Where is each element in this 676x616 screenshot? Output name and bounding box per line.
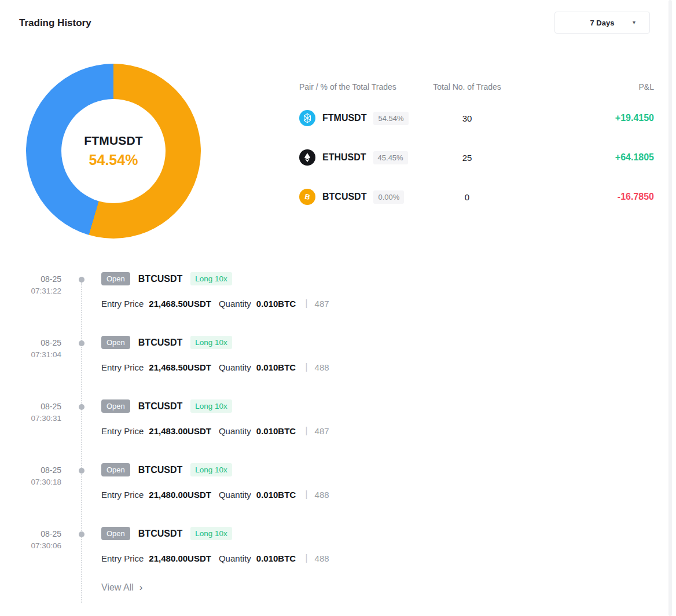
scrollbar[interactable] <box>668 0 672 616</box>
entry-price-label: Entry Price <box>101 490 144 500</box>
entry-price-value: 21,480.00USDT <box>149 490 211 500</box>
entry-price-value: 21,468.50USDT <box>149 362 211 372</box>
pair-name: ETHUSDT <box>322 152 366 163</box>
timeline-dot-icon <box>79 340 84 346</box>
trade-date: 08-25 <box>0 338 61 347</box>
timeline-dot-icon <box>79 468 84 474</box>
separator: | <box>305 361 307 373</box>
entry-price-value: 21,468.50USDT <box>149 299 211 309</box>
trade-time: 07:31:22 <box>0 287 61 295</box>
quantity-label: Quantity <box>219 299 251 309</box>
entry-price-label: Entry Price <box>101 362 144 372</box>
quantity-value: 0.010BTC <box>256 553 296 563</box>
entry-pair-label: BTCUSDT <box>138 274 182 284</box>
header-pnl: P&L <box>510 82 654 91</box>
quantity-value: 0.010BTC <box>256 426 296 436</box>
entry-price-label: Entry Price <box>101 299 144 309</box>
order-number: 488 <box>315 553 329 563</box>
side-leverage-badge: Long 10x <box>190 463 232 476</box>
pnl-value: +64.1805 <box>510 152 654 163</box>
entry-pair-label: BTCUSDT <box>138 529 182 539</box>
entry-price-label: Entry Price <box>101 426 144 436</box>
pairs-table-body: FTMUSDT 54.54% 30 +19.4150 ETHUSDT 45.45… <box>299 109 654 206</box>
trade-date: 08-25 <box>0 274 61 284</box>
pnl-value: -16.7850 <box>510 192 654 202</box>
donut-center-percent: 54.54% <box>89 152 138 168</box>
timeline-dot-icon <box>79 277 84 283</box>
side-leverage-badge: Long 10x <box>190 272 232 285</box>
header-pair-pct: Pair / % of the Total Trades <box>299 82 424 91</box>
pair-name: BTCUSDT <box>322 192 366 202</box>
order-number: 487 <box>315 426 329 436</box>
trade-timeline: 08-25 07:31:22 Open BTCUSDT Long 10x Ent… <box>0 267 654 615</box>
trade-entry: 08-25 07:30:18 Open BTCUSDT Long 10x Ent… <box>0 459 654 522</box>
entry-price-value: 21,483.00USDT <box>149 426 211 436</box>
separator: | <box>305 489 307 500</box>
page-title: Trading History <box>19 17 91 29</box>
entry-price-label: Entry Price <box>101 553 144 563</box>
status-badge: Open <box>101 272 130 285</box>
header-total-trades: Total No. of Trades <box>424 82 510 91</box>
pairs-summary-table: Pair / % of the Total Trades Total No. o… <box>299 82 654 227</box>
entry-pair-label: BTCUSDT <box>138 465 182 475</box>
trade-date: 08-25 <box>0 402 61 411</box>
quantity-value: 0.010BTC <box>256 490 296 500</box>
quantity-label: Quantity <box>219 362 251 372</box>
ftm-icon <box>299 110 315 126</box>
pair-share-donut-chart: FTMUSDT 54.54% <box>26 64 201 239</box>
trade-date: 08-25 <box>0 529 61 538</box>
separator: | <box>305 298 307 309</box>
trading-history-panel: Trading History 7 Days ▾ FTMUSDT 54.54% … <box>0 0 676 616</box>
entry-price-value: 21,480.00USDT <box>149 553 211 563</box>
table-row: FTMUSDT 54.54% 30 +19.4150 <box>299 109 654 127</box>
timeline-dot-icon <box>79 531 84 537</box>
trade-time: 07:30:18 <box>0 478 61 486</box>
trade-entry: 08-25 07:31:22 Open BTCUSDT Long 10x Ent… <box>0 267 654 331</box>
period-dropdown[interactable]: 7 Days ▾ <box>554 12 650 34</box>
svg-text:B: B <box>304 193 311 202</box>
quantity-value: 0.010BTC <box>256 362 296 372</box>
status-badge: Open <box>101 463 130 476</box>
table-row: ETHUSDT 45.45% 25 +64.1805 <box>299 148 654 167</box>
side-leverage-badge: Long 10x <box>190 336 232 349</box>
chevron-right-icon: › <box>139 582 143 593</box>
quantity-label: Quantity <box>219 490 251 500</box>
btc-icon: B <box>299 189 315 205</box>
separator: | <box>305 552 307 564</box>
order-number: 488 <box>315 362 329 372</box>
total-trades-value: 25 <box>424 153 510 163</box>
trade-date: 08-25 <box>0 465 61 475</box>
trade-time: 07:30:06 <box>0 541 61 550</box>
side-leverage-badge: Long 10x <box>190 527 232 540</box>
order-number: 487 <box>315 299 329 309</box>
chevron-down-icon: ▾ <box>633 19 635 25</box>
order-number: 488 <box>315 490 329 500</box>
separator: | <box>305 425 307 437</box>
pnl-value: +19.4150 <box>510 113 654 123</box>
total-trades-value: 0 <box>424 192 510 202</box>
status-badge: Open <box>101 399 130 413</box>
entry-pair-label: BTCUSDT <box>138 338 182 348</box>
table-row: B BTCUSDT 0.00% 0 -16.7850 <box>299 188 654 206</box>
view-all-link[interactable]: View All › <box>101 582 142 593</box>
donut-center: FTMUSDT 54.54% <box>61 99 166 203</box>
trade-entry: 08-25 07:30:06 Open BTCUSDT Long 10x Ent… <box>0 522 654 586</box>
timeline-dot-icon <box>79 404 84 410</box>
trade-entry: 08-25 07:31:04 Open BTCUSDT Long 10x Ent… <box>0 331 654 395</box>
pairs-table-header: Pair / % of the Total Trades Total No. o… <box>299 82 654 91</box>
pair-percent-badge: 54.54% <box>373 112 408 125</box>
side-leverage-badge: Long 10x <box>190 399 232 413</box>
eth-icon <box>299 149 315 166</box>
entry-pair-label: BTCUSDT <box>138 401 182 412</box>
trade-entry: 08-25 07:30:31 Open BTCUSDT Long 10x Ent… <box>0 395 654 459</box>
total-trades-value: 30 <box>424 113 510 123</box>
period-dropdown-value: 7 Days <box>590 19 615 27</box>
quantity-value: 0.010BTC <box>256 299 296 309</box>
status-badge: Open <box>101 336 130 349</box>
quantity-label: Quantity <box>219 553 251 563</box>
pair-name: FTMUSDT <box>322 113 366 123</box>
trade-time: 07:30:31 <box>0 414 61 423</box>
timeline-entries: 08-25 07:31:22 Open BTCUSDT Long 10x Ent… <box>0 267 654 586</box>
pair-percent-badge: 0.00% <box>373 190 404 204</box>
status-badge: Open <box>101 527 130 540</box>
